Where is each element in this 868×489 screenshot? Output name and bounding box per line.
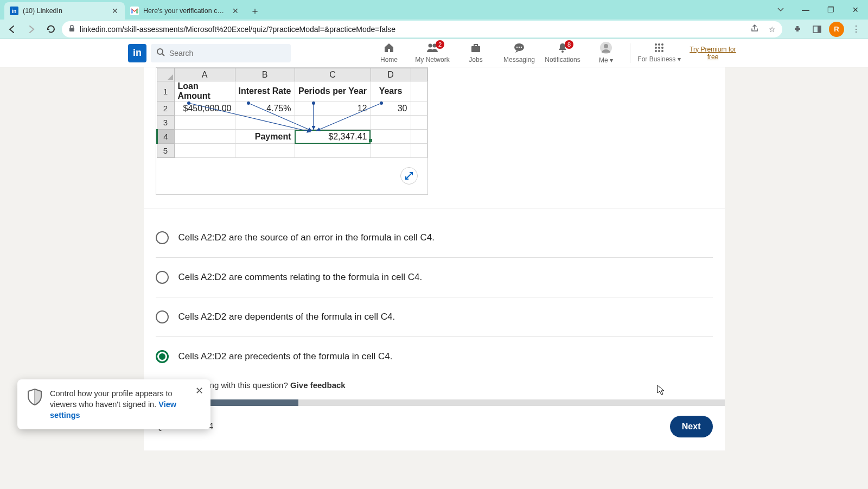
cell: 30 xyxy=(371,101,411,116)
nav-items: Home 2 My Network Jobs Messaging 8 Notif… xyxy=(367,39,740,67)
option-text: Cells A2:D2 are the source of an error i… xyxy=(178,232,435,243)
shield-icon xyxy=(27,388,42,405)
row-header: 2 xyxy=(157,101,174,116)
linkedin-logo[interactable]: in xyxy=(128,44,146,62)
svg-point-10 xyxy=(519,47,520,48)
share-icon[interactable] xyxy=(750,24,759,34)
cell: Interest Rate xyxy=(235,81,295,101)
window-controls: ― ❐ ✕ xyxy=(768,0,868,20)
expand-image-button[interactable] xyxy=(400,167,418,185)
svg-point-15 xyxy=(655,43,657,46)
badge: 8 xyxy=(565,40,573,49)
tab-close-icon[interactable]: ✕ xyxy=(111,7,119,15)
toolbar-right: R ⋮ xyxy=(789,21,865,38)
nav-notifications[interactable]: 8 Notifications xyxy=(541,39,584,67)
svg-point-5 xyxy=(429,44,432,48)
browser-titlebar: in (10) LinkedIn ✕ Here's your verificat… xyxy=(0,0,868,20)
forward-button[interactable] xyxy=(23,21,40,38)
col-header: B xyxy=(235,68,295,81)
col-header: A xyxy=(174,68,235,81)
search-icon xyxy=(156,48,165,59)
linkedin-topnav: in Home 2 My Network Jobs Messaging xyxy=(0,39,868,67)
option-text: Cells A2:D2 are precedents of the formul… xyxy=(178,351,393,362)
svg-point-9 xyxy=(516,47,518,48)
svg-point-14 xyxy=(604,44,608,48)
svg-rect-2 xyxy=(818,26,821,33)
toast-message: Control how your profile appears to view… xyxy=(50,388,201,421)
nav-me[interactable]: Me ▾ xyxy=(584,39,628,67)
svg-point-16 xyxy=(658,43,660,46)
cell: Payment xyxy=(235,130,295,144)
nav-mynetwork[interactable]: 2 My Network xyxy=(411,39,454,67)
new-tab-button[interactable]: ＋ xyxy=(247,3,263,18)
give-feedback-link[interactable]: Give feedback xyxy=(290,380,346,390)
svg-point-19 xyxy=(658,47,660,49)
svg-rect-7 xyxy=(471,46,480,52)
question-image-wrap: A B C D 1 Loan Amount Interest Rate Peri… xyxy=(144,67,725,195)
tab-label: (10) LinkedIn xyxy=(23,7,106,15)
answer-option[interactable]: Cells A2:D2 are comments relating to the… xyxy=(156,258,713,297)
cell: 12 xyxy=(295,101,371,116)
answer-option-selected[interactable]: Cells A2:D2 are precedents of the formul… xyxy=(156,337,713,378)
row-header: 3 xyxy=(157,116,174,130)
answer-option[interactable]: Cells A2:D2 are dependents of the formul… xyxy=(156,297,713,337)
svg-point-20 xyxy=(661,47,663,49)
premium-link[interactable]: Try Premium for free xyxy=(686,46,740,61)
reload-button[interactable] xyxy=(42,21,60,38)
tab-label: Here's your verification code - ra xyxy=(143,7,227,15)
row-header: 1 xyxy=(157,81,174,101)
col-header: D xyxy=(371,68,411,81)
messaging-icon xyxy=(513,42,525,55)
lock-icon xyxy=(68,24,75,34)
radio-icon xyxy=(156,271,169,284)
nav-business[interactable]: For Business ▾ xyxy=(633,39,686,67)
col-header xyxy=(411,68,427,81)
browser-tab-active[interactable]: in (10) LinkedIn ✕ xyxy=(4,2,125,20)
svg-point-17 xyxy=(661,43,663,46)
sidepanel-icon[interactable] xyxy=(808,21,826,38)
profile-avatar[interactable]: R xyxy=(828,21,845,38)
back-button[interactable] xyxy=(3,21,21,38)
badge: 2 xyxy=(436,40,444,49)
extensions-icon[interactable] xyxy=(789,21,806,38)
svg-point-21 xyxy=(655,50,657,52)
bell-icon: 8 xyxy=(557,42,568,55)
address-bar[interactable]: linkedin.com/skill-assessments/Microsoft… xyxy=(62,21,782,37)
minimize-button[interactable]: ― xyxy=(793,0,818,20)
svg-line-32 xyxy=(406,173,412,179)
svg-point-12 xyxy=(561,50,564,53)
radio-icon xyxy=(156,231,169,244)
cell: $450,000.00 xyxy=(174,101,235,116)
linkedin-favicon: in xyxy=(10,7,18,15)
toast-close-button[interactable]: ✕ xyxy=(193,385,205,397)
quiz-footer: Q4/15 01:04 Next xyxy=(144,406,725,450)
col-header: C xyxy=(295,68,371,81)
svg-rect-0 xyxy=(69,28,74,31)
tab-close-icon[interactable]: ✕ xyxy=(231,7,240,15)
bookmark-icon[interactable]: ☆ xyxy=(769,25,776,34)
next-button[interactable]: Next xyxy=(670,416,713,437)
cell: Periods per Year xyxy=(295,81,371,101)
browser-tab[interactable]: Here's your verification code - ra ✕ xyxy=(125,2,245,20)
nav-home[interactable]: Home xyxy=(367,39,411,67)
search-input[interactable] xyxy=(169,49,285,58)
option-text: Cells A2:D2 are comments relating to the… xyxy=(178,272,423,283)
quiz-container: A B C D 1 Loan Amount Interest Rate Peri… xyxy=(144,67,725,450)
row-header: 4 xyxy=(157,130,174,144)
fill-handle xyxy=(369,139,372,142)
nav-messaging[interactable]: Messaging xyxy=(497,39,541,67)
tab-search-icon[interactable] xyxy=(768,0,793,20)
nav-jobs[interactable]: Jobs xyxy=(454,39,497,67)
profile-toast: Control how your profile appears to view… xyxy=(17,379,210,429)
close-window-button[interactable]: ✕ xyxy=(843,0,868,20)
cell: Years xyxy=(371,81,411,101)
menu-icon[interactable]: ⋮ xyxy=(847,21,865,38)
progress-bar xyxy=(144,399,725,406)
linkedin-search[interactable] xyxy=(151,44,291,62)
svg-point-22 xyxy=(658,50,660,52)
answer-option[interactable]: Cells A2:D2 are the source of an error i… xyxy=(156,218,713,258)
home-icon xyxy=(383,42,395,55)
radio-icon xyxy=(156,350,169,363)
maximize-button[interactable]: ❐ xyxy=(818,0,843,20)
row-header: 5 xyxy=(157,144,174,158)
